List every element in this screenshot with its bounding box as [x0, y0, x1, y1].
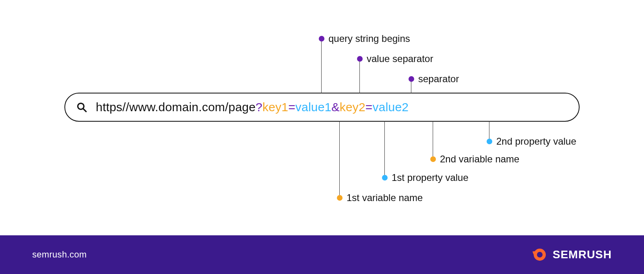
- url-text: https//www.domain.com/page?key1=value1&k…: [96, 100, 409, 114]
- callout-label: 1st variable name: [347, 192, 423, 203]
- fireball-icon: [531, 247, 547, 263]
- leader-value-sep: [359, 60, 360, 93]
- url-search-bar: https//www.domain.com/page?key1=value1&k…: [64, 93, 580, 122]
- callout-label: 2nd property value: [496, 136, 576, 147]
- callout-second-var: 2nd variable name: [430, 154, 519, 165]
- footer-bar: semrush.com SEMRUSH: [0, 235, 644, 274]
- dot-icon: [430, 156, 436, 162]
- dot-icon: [409, 76, 414, 82]
- brand-name: SEMRUSH: [553, 248, 612, 261]
- dot-icon: [337, 195, 343, 201]
- url-eq2: =: [365, 100, 373, 114]
- callout-value-separator: value separator: [357, 53, 433, 64]
- callout-second-val: 2nd property value: [487, 136, 576, 147]
- svg-point-3: [537, 252, 543, 257]
- callout-query-begins: query string begins: [319, 33, 410, 44]
- url-base: https//www.domain.com/page: [96, 100, 256, 114]
- url-val1: value1: [295, 100, 332, 114]
- dot-icon: [382, 175, 388, 181]
- callout-label: value separator: [367, 53, 433, 64]
- brand-lockup: SEMRUSH: [531, 247, 612, 263]
- footer-site-url: semrush.com: [32, 249, 87, 260]
- search-icon: [76, 102, 87, 112]
- callout-label: 2nd variable name: [440, 154, 519, 165]
- dot-icon: [319, 36, 324, 42]
- leader-first-val: [384, 121, 385, 175]
- callout-separator: separator: [409, 73, 459, 85]
- svg-line-1: [83, 109, 86, 112]
- leader-query-begins: [321, 40, 322, 93]
- leader-second-var: [433, 121, 433, 156]
- diagram-canvas: https//www.domain.com/page?key1=value1&k…: [0, 0, 644, 274]
- leader-first-var: [339, 121, 340, 195]
- callout-label: query string begins: [328, 33, 410, 44]
- callout-label: 1st property value: [392, 172, 469, 183]
- url-qmark: ?: [256, 100, 262, 114]
- callout-first-val: 1st property value: [382, 172, 469, 183]
- callout-first-var: 1st variable name: [337, 192, 423, 203]
- url-key2: key2: [340, 100, 365, 114]
- url-amp: &: [331, 100, 339, 114]
- callout-label: separator: [418, 73, 459, 85]
- dot-icon: [357, 56, 363, 62]
- url-val2: value2: [373, 100, 409, 114]
- url-eq1: =: [288, 100, 295, 114]
- dot-icon: [487, 139, 492, 144]
- url-key1: key1: [262, 100, 288, 114]
